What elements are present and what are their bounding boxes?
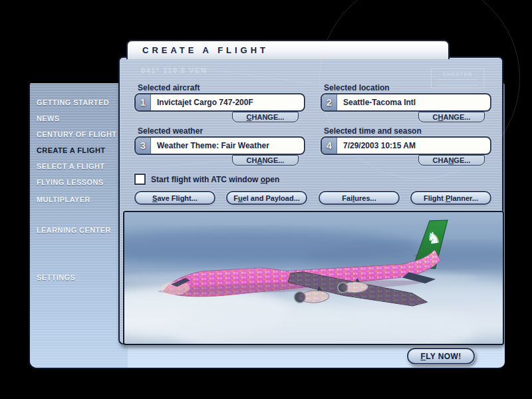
sidebar-item-select-a-flight[interactable]: SELECT A FLIGHT [37,162,104,170]
aircraft-label: Selected aircraft [138,83,200,92]
sidebar-item-flying-lessons[interactable]: FLYING LESSONS [37,178,104,186]
sidebar-item-learning-center[interactable]: LEARNING CENTER [37,226,111,234]
chart-texture-navaid-box: CHESTER [431,68,484,88]
page-title: CREATE A FLIGHT [142,45,269,55]
location-change-button[interactable]: CHANGE... [418,112,485,122]
step-3-badge: 3 [136,138,151,154]
step-1-badge: 1 [136,94,151,110]
aircraft-value: Invictajet Cargo 747-200F [151,94,253,110]
location-value: Seattle-Tacoma Intl [337,94,416,110]
time-season-label: Selected time and season [324,126,422,136]
svg-text:♞: ♞ [426,227,442,248]
sidebar-item-getting-started[interactable]: GETTING STARTED [37,98,109,106]
weather-field: 3 Weather Theme: Fair Weather [134,136,305,155]
aircraft-preview: ♞ [123,211,504,345]
failures-button[interactable]: Failures... [319,191,400,205]
screen: GETTING STARTED NEWS CENTURY OF FLIGHT C… [0,0,532,399]
atc-option-row: Start flight with ATC window open [134,174,279,185]
sidebar-item-multiplayer[interactable]: MULTIPLAYER [37,196,90,203]
flight-planner-button[interactable]: Flight Planner... [410,191,491,205]
sidebar-item-create-a-flight[interactable]: CREATE A FLIGHT [37,146,105,154]
sidebar-item-settings[interactable]: SETTINGS [37,273,75,281]
page-title-tab: CREATE A FLIGHT [126,40,450,59]
fuel-and-payload-button[interactable]: Fuel and Payload... [226,191,307,205]
location-label: Selected location [324,83,390,92]
step-2-badge: 2 [322,94,337,110]
location-field: 2 Seattle-Tacoma Intl [321,93,491,112]
aircraft-preview-image: ♞ [124,212,503,344]
time-season-change-button[interactable]: CHANGE... [418,155,485,166]
time-season-field: 4 7/29/2003 10:15 AM [321,136,491,155]
sidebar-item-century-of-flight[interactable]: CENTURY OF FLIGHT [37,130,116,138]
weather-change-button[interactable]: CHANGE... [232,155,299,166]
time-season-value: 7/29/2003 10:15 AM [337,138,416,154]
atc-checkbox[interactable] [134,174,146,185]
weather-value: Weather Theme: Fair Weather [151,138,269,154]
aircraft-change-button[interactable]: CHANGE... [232,112,299,122]
atc-checkbox-label[interactable]: Start flight with ATC window open [151,175,279,184]
sidebar-item-news[interactable]: NEWS [37,114,60,122]
aircraft-field: 1 Invictajet Cargo 747-200F [134,93,305,112]
sidebar: GETTING STARTED NEWS CENTURY OF FLIGHT C… [30,83,128,368]
weather-label: Selected weather [138,126,203,136]
chart-texture-vor-label: 041° 110.5 VEN [141,66,207,74]
save-flight-button[interactable]: Save Flight... [134,191,215,205]
fly-now-button[interactable]: FLY NOW! [407,348,475,364]
step-4-badge: 4 [322,138,337,154]
content-panel: 041° 110.5 VEN CHESTER Selected aircraft… [118,57,503,344]
